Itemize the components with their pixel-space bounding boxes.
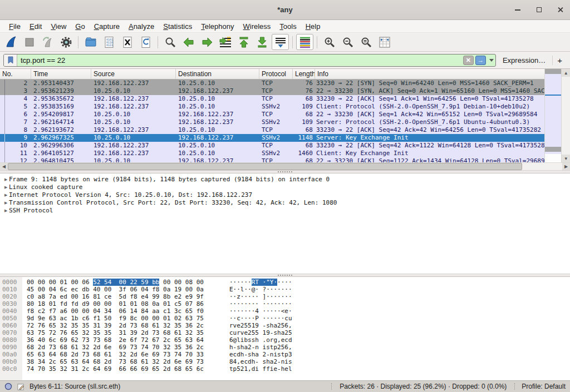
- vertical-scrollbar-track[interactable]: [562, 77, 570, 155]
- hex-ascii[interactable]: ··c····P ······cu: [212, 315, 292, 322]
- hex-row-00b0[interactable]: 00b038 34 2c 65 63 64 68 2d 73 68 61 32 …: [0, 358, 570, 365]
- hex-bytes[interactable]: 65 63 64 68 2d 73 68 61 32 2d 6e 69 73 7…: [22, 351, 212, 358]
- menu-item-edit[interactable]: Edit: [25, 21, 46, 32]
- scroll-right-arrow-icon[interactable]: ▶: [562, 163, 570, 170]
- expander-icon[interactable]: ▶: [0, 207, 9, 215]
- hex-ascii[interactable]: h-sha2-n istp256,: [212, 344, 292, 351]
- hex-bytes[interactable]: 00 00 00 01 00 06 52 54 00 22 59 bb 00 0…: [22, 279, 212, 286]
- hex-ascii[interactable]: tp521,di ffie-hel: [212, 365, 292, 373]
- hex-ascii[interactable]: ······RT ·"Y·····: [212, 279, 292, 286]
- hex-row-0090[interactable]: 009068 2d 73 68 61 32 2d 6e 69 73 74 70 …: [0, 344, 570, 351]
- stop-capture-button[interactable]: [21, 34, 38, 50]
- hex-ascii[interactable]: ecdh-sha 2-nistp3: [212, 351, 292, 358]
- hex-bytes[interactable]: 36 40 6c 69 62 73 73 68 2e 6f 72 67 2c 6…: [22, 336, 212, 344]
- go-first-packet-button[interactable]: [235, 34, 252, 50]
- reload-file-button[interactable]: [137, 34, 154, 50]
- hex-row-0000[interactable]: 000000 00 00 01 00 06 52 54 00 22 59 bb …: [0, 279, 570, 286]
- scroll-up-arrow-icon[interactable]: ▲: [562, 69, 570, 77]
- packet-row-7[interactable]: 72.96216471410.25.0.10192.168.122.237SSH…: [0, 118, 544, 126]
- hex-ascii[interactable]: ··z····· ]·······: [212, 293, 292, 300]
- status-profile[interactable]: Profile: Default: [519, 383, 566, 390]
- scroll-down-arrow-icon[interactable]: ▼: [562, 155, 570, 162]
- go-to-packet-button[interactable]: [217, 34, 234, 50]
- hex-bytes[interactable]: 38 34 2c 65 63 64 68 2d 73 68 61 32 2d 6…: [22, 358, 212, 365]
- menu-item-file[interactable]: File: [4, 21, 25, 32]
- hex-bytes[interactable]: 72 76 65 32 35 35 31 39 2d 73 68 61 32 3…: [22, 322, 212, 329]
- display-filter-input[interactable]: [17, 54, 463, 66]
- expert-info-icon[interactable]: [4, 383, 12, 390]
- hex-row-0020[interactable]: 0020c0 a8 7a ed 00 16 81 ce 5d f8 e4 99 …: [0, 293, 570, 300]
- menu-item-telephony[interactable]: Telephony: [196, 21, 238, 32]
- menu-item-capture[interactable]: Capture: [90, 21, 124, 32]
- hex-bytes[interactable]: 80 18 01 fd fd d9 00 00 01 01 08 0a 01 c…: [22, 300, 212, 307]
- hex-ascii[interactable]: ·······4 ·····<e·: [212, 307, 292, 315]
- column-header-length[interactable]: Length: [293, 69, 315, 79]
- vertical-scrollbar[interactable]: ▲ ▼: [561, 69, 570, 162]
- filter-bookmark-button[interactable]: [4, 54, 17, 66]
- hex-bytes[interactable]: 68 2d 73 68 61 32 2d 6e 69 73 74 70 32 3…: [22, 344, 212, 351]
- filter-apply-button[interactable]: →: [475, 56, 486, 65]
- close-file-button[interactable]: [119, 34, 136, 50]
- menu-item-go[interactable]: Go: [71, 21, 89, 32]
- hex-ascii[interactable]: 84,ecdh- sha2-nis: [212, 358, 292, 365]
- packet-row-4[interactable]: 42.953635672192.168.122.23710.25.0.10TCP…: [0, 95, 544, 103]
- open-file-button[interactable]: [82, 34, 99, 50]
- hex-row-00a0[interactable]: 00a065 63 64 68 2d 73 68 61 32 2d 6e 69 …: [0, 351, 570, 358]
- zoom-normal-button[interactable]: [357, 34, 375, 50]
- hex-bytes[interactable]: c0 a8 7a ed 00 16 81 ce 5d f8 e4 99 8b e…: [22, 293, 212, 300]
- hex-ascii[interactable]: ········ ········: [212, 300, 292, 307]
- packet-row-12[interactable]: 122.96481047510.25.0.10192.168.122.237TC…: [0, 157, 544, 162]
- find-packet-button[interactable]: [161, 34, 179, 50]
- hex-row-0050[interactable]: 00509d 9e 63 ac 1b c6 f1 50 f9 8c 00 00 …: [0, 315, 570, 322]
- colorize-button[interactable]: [296, 34, 313, 50]
- hex-bytes[interactable]: f8 c2 f7 a6 00 00 04 34 06 14 84 aa c1 3…: [22, 307, 212, 315]
- hex-ascii[interactable]: E··l··@· ?·······: [212, 286, 292, 293]
- menu-item-statistics[interactable]: Statistics: [159, 21, 196, 32]
- auto-scroll-button[interactable]: [272, 34, 289, 50]
- start-capture-button[interactable]: [2, 34, 19, 50]
- hex-row-0040[interactable]: 0040f8 c2 f7 a6 00 00 04 34 06 14 84 aa …: [0, 307, 570, 315]
- restart-capture-button[interactable]: [39, 34, 56, 50]
- expander-icon[interactable]: ▶: [0, 176, 9, 183]
- resize-columns-button[interactable]: [376, 34, 393, 50]
- expander-icon[interactable]: ▶: [0, 183, 9, 191]
- packet-row-3[interactable]: 32.95362123910.25.0.10192.168.122.237TCP…: [0, 87, 544, 95]
- horizontal-scrollbar-track[interactable]: [522, 163, 562, 170]
- column-header-destination[interactable]: Destination: [176, 69, 259, 79]
- go-last-packet-button[interactable]: [253, 34, 271, 50]
- intelligent-scrollbar-minimap[interactable]: [545, 69, 561, 162]
- detail-row[interactable]: ▶Linux cooked capture: [0, 183, 570, 191]
- close-button[interactable]: [556, 6, 564, 14]
- minimize-button[interactable]: [513, 6, 522, 14]
- packet-row-2[interactable]: 22.953140437192.168.122.23710.25.0.10TCP…: [0, 80, 544, 87]
- expression-button[interactable]: Expression…: [499, 56, 549, 64]
- packet-row-6[interactable]: 62.95420981710.25.0.10192.168.122.237TCP…: [0, 111, 544, 118]
- capture-comment-icon[interactable]: [17, 383, 25, 391]
- column-header-time[interactable]: Time: [31, 69, 91, 79]
- hex-row-0070[interactable]: 007063 75 72 76 65 32 35 35 31 39 2d 73 …: [0, 329, 570, 336]
- hex-row-00c0[interactable]: 00c074 70 35 32 31 2c 64 69 66 66 69 65 …: [0, 365, 570, 373]
- menu-item-wireless[interactable]: Wireless: [239, 21, 276, 32]
- hex-row-0080[interactable]: 008036 40 6c 69 62 73 73 68 2e 6f 72 67 …: [0, 336, 570, 344]
- horizontal-scrollbar[interactable]: ◀ ▶: [0, 162, 570, 170]
- detail-row[interactable]: ▶Frame 9: 1148 bytes on wire (9184 bits)…: [0, 176, 570, 183]
- go-back-button[interactable]: [180, 34, 197, 50]
- expander-icon[interactable]: ▶: [0, 199, 9, 207]
- save-file-button[interactable]: 010101100111: [100, 34, 117, 50]
- packet-row-8[interactable]: 82.962193672192.168.122.23710.25.0.10TCP…: [0, 126, 544, 134]
- menu-item-view[interactable]: View: [46, 21, 71, 32]
- hex-bytes[interactable]: 74 70 35 32 31 2c 64 69 66 66 69 65 2d 6…: [22, 365, 212, 373]
- menu-item-analyze[interactable]: Analyze: [124, 21, 159, 32]
- filter-dropdown-button[interactable]: [488, 54, 495, 66]
- hex-bytes[interactable]: 9d 9e 63 ac 1b c6 f1 50 f9 8c 00 00 01 0…: [22, 315, 212, 322]
- hex-bytes[interactable]: 45 00 04 6c ec db 40 00 3f 06 04 f8 0a 1…: [22, 286, 212, 293]
- capture-options-button[interactable]: [57, 34, 75, 50]
- filter-clear-button[interactable]: ✕: [463, 56, 474, 65]
- expander-icon[interactable]: ▶: [0, 191, 9, 199]
- column-header-no[interactable]: No.: [0, 69, 31, 79]
- hex-bytes[interactable]: 63 75 72 76 65 32 35 35 31 39 2d 73 68 6…: [22, 329, 212, 336]
- add-filter-button[interactable]: +: [552, 56, 567, 65]
- hex-row-0060[interactable]: 006072 76 65 32 35 35 31 39 2d 73 68 61 …: [0, 322, 570, 329]
- menu-item-tools[interactable]: Tools: [275, 21, 301, 32]
- packet-row-10[interactable]: 102.962996306192.168.122.23710.25.0.10TC…: [0, 142, 544, 150]
